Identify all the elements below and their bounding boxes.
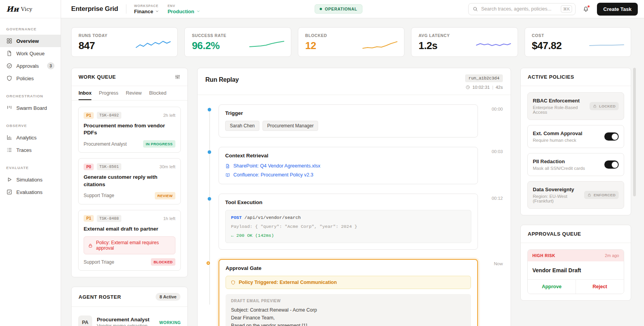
draft-email-preview: DRAFT EMAIL PREVIEW Subject: Contract Re… xyxy=(226,294,471,326)
bar-chart-icon xyxy=(6,134,12,141)
source-link-confluence[interactable]: Confluence: Procurement Policy v2.3 xyxy=(225,172,471,178)
sidebar-item-label: Approvals xyxy=(16,63,39,69)
sidebar-item-simulations[interactable]: Simulations xyxy=(0,173,61,186)
check-square-icon xyxy=(6,189,12,195)
sidebar-item-approvals[interactable]: Approvals 3 xyxy=(0,60,61,72)
step-timestamp: 00:12 xyxy=(492,196,503,201)
tab-review[interactable]: Review xyxy=(126,86,142,100)
search-icon xyxy=(472,6,478,12)
task-card[interactable]: P1 TSK-8488 1h left External email draft… xyxy=(78,210,181,271)
trigger-chip: Procurement Manager xyxy=(262,121,318,131)
scrollbar-thumb[interactable] xyxy=(633,68,636,196)
task-agent: Support Triage xyxy=(84,193,114,198)
timeline-dot xyxy=(208,108,211,111)
sidebar-item-evaluations[interactable]: Evaluations xyxy=(0,186,61,198)
agent-roster-panel: AGENT ROSTER 8 Active PA Procurement Ana… xyxy=(71,287,188,326)
play-icon xyxy=(6,176,12,183)
sidebar-item-analytics[interactable]: Analytics xyxy=(0,131,61,144)
task-status-badge: REVIEW xyxy=(155,192,175,199)
ext-comm-approval-toggle[interactable] xyxy=(604,132,619,141)
sparkline-chart xyxy=(135,39,171,50)
pii-redaction-toggle[interactable] xyxy=(604,160,619,169)
timeline-step-tool-execution: 00:12 Tool Execution POST /api/v1/vendor… xyxy=(219,194,503,250)
policy-name: Data Sovereignty xyxy=(533,187,580,192)
step-card[interactable]: Trigger Sarah Chen Procurement Manager xyxy=(219,104,478,137)
approval-gate-card[interactable]: Approval Gate Policy Triggered: External… xyxy=(219,259,478,326)
file-icon xyxy=(6,50,12,56)
reject-button[interactable]: Reject xyxy=(576,280,624,294)
stat-card-cost[interactable]: COST $47.82 xyxy=(525,27,631,57)
task-title: External email draft to partner xyxy=(84,226,175,233)
stat-label: AVG LATENCY xyxy=(418,33,510,38)
sidebar-item-swarm-board[interactable]: Swarm Board xyxy=(0,102,61,114)
env-selector[interactable]: ENV Production xyxy=(168,4,200,14)
lock-icon xyxy=(593,104,597,108)
policy-desc: Enterprise Role-Based Access xyxy=(533,105,586,115)
active-policies-panel: ACTIVE POLICIES RBAC Enforcement Enterpr… xyxy=(520,68,631,215)
tab-blocked[interactable]: Blocked xyxy=(149,86,166,100)
task-policy-text: Policy: External email requires approval xyxy=(96,240,171,251)
lock-icon xyxy=(587,193,592,197)
shield-icon xyxy=(231,280,236,285)
policy-card-rbac: RBAC Enforcement Enterprise Role-Based A… xyxy=(527,92,624,120)
step-card[interactable]: Context Retrieval SharePoint: Q4 Vendor … xyxy=(219,147,478,184)
source-link-sharepoint[interactable]: SharePoint: Q4 Vendor Agreements.xlsx xyxy=(225,163,471,169)
sidebar-item-work-queue[interactable]: Work Queue xyxy=(0,47,61,60)
toggle-knob xyxy=(612,162,618,168)
priority-badge: P0 xyxy=(84,164,94,170)
task-id: TSK-8492 xyxy=(97,112,121,119)
sidebar-item-policies[interactable]: Policies xyxy=(0,72,61,85)
notifications-button[interactable] xyxy=(583,6,589,12)
api-path: /api/v1/vendor/search xyxy=(245,215,301,220)
timeline-step-context-retrieval: 00:03 Context Retrieval SharePoint: Q4 V… xyxy=(219,147,503,184)
email-greeting-line: Dear Finance Team, xyxy=(231,314,466,322)
toggle-knob xyxy=(612,134,618,140)
brand-mark: Ии xyxy=(6,5,19,13)
sidebar-item-label: Traces xyxy=(16,147,32,153)
tab-inbox[interactable]: Inbox xyxy=(79,86,91,100)
avatar: PA xyxy=(78,315,92,326)
stat-card-success-rate[interactable]: SUCCESS RATE 96.2% xyxy=(184,27,291,57)
tab-progress[interactable]: Progress xyxy=(99,86,118,100)
stat-card-avg-latency[interactable]: AVG LATENCY 1.2s xyxy=(411,27,518,57)
stat-card-blocked[interactable]: BLOCKED 12 xyxy=(298,27,404,57)
active-agents-badge: 8 Active xyxy=(156,293,180,301)
task-card[interactable]: P1 TSK-8492 2h left Procurement memo fro… xyxy=(78,107,181,153)
priority-badge: P1 xyxy=(84,112,94,119)
run-replay-title: Run Replay xyxy=(205,74,239,83)
global-search[interactable]: ⌘K xyxy=(468,3,576,15)
left-column: WORK QUEUE Inbox Progress Review Blocked… xyxy=(71,68,188,326)
search-input[interactable] xyxy=(481,6,557,12)
filter-sliders-icon[interactable] xyxy=(175,74,180,80)
sidebar-item-label: Overview xyxy=(16,38,39,44)
timeline-dot xyxy=(208,197,211,201)
approval-age: 2m ago xyxy=(605,253,619,258)
approve-button[interactable]: Approve xyxy=(528,280,576,294)
workspace-selector[interactable]: WORKSPACE Finance xyxy=(134,4,159,14)
agent-task: Vendor memo extraction xyxy=(97,323,149,326)
task-title: Procurement memo from vendor PDFs xyxy=(84,122,175,136)
task-status-badge: IN PROGRESS xyxy=(143,140,175,148)
sidebar-item-traces[interactable]: Traces xyxy=(0,144,61,156)
shield-icon xyxy=(6,75,12,81)
brand-logo[interactable]: Ии Vicy xyxy=(0,0,61,18)
sidebar-item-label: Swarm Board xyxy=(16,105,47,111)
stat-card-runs-today[interactable]: RUNS TODAY 847 xyxy=(71,27,178,57)
search-shortcut: ⌘K xyxy=(561,5,572,12)
sidebar-item-overview[interactable]: Overview xyxy=(0,35,61,47)
run-start-time: 10:02:31 xyxy=(472,85,490,90)
source-link-label: Confluence: Procurement Policy v2.3 xyxy=(233,172,313,178)
agent-row[interactable]: PA Procurement Analyst Vendor memo extra… xyxy=(78,312,181,326)
work-queue-tabs: Inbox Progress Review Blocked xyxy=(72,86,187,100)
step-card[interactable]: Tool Execution POST /api/v1/vendor/searc… xyxy=(219,194,478,250)
enforced-badge: ENFORCED xyxy=(584,191,619,199)
status-dot xyxy=(320,8,322,10)
sidebar-nav: GOVERNANCE Overview Work Queue Approvals… xyxy=(0,18,61,198)
trigger-chip: Sarah Chen xyxy=(225,121,259,131)
policy-list: RBAC Enforcement Enterprise Role-Based A… xyxy=(521,86,631,215)
sparkline-chart xyxy=(476,39,511,50)
create-task-button[interactable]: Create Task xyxy=(597,3,638,16)
task-card[interactable]: P0 TSK-8501 30m left Generate customer r… xyxy=(78,158,181,204)
env-label: ENV xyxy=(168,4,200,8)
approvals-count-badge: 3 xyxy=(47,62,54,69)
